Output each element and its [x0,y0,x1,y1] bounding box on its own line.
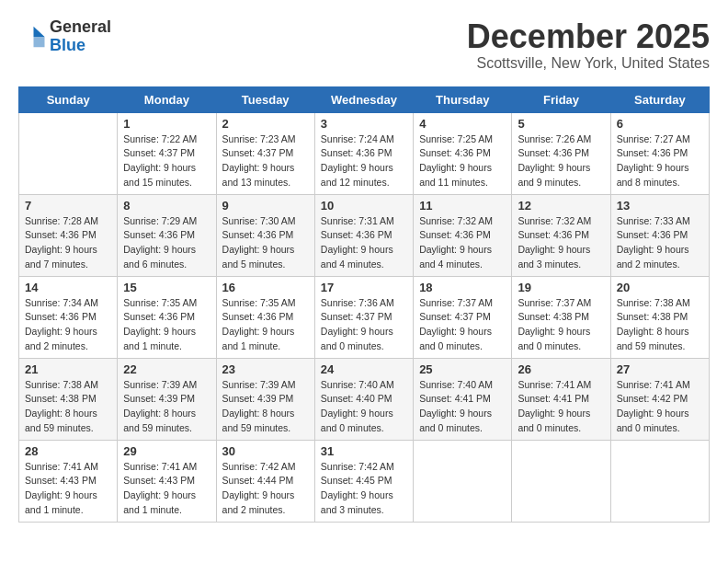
daylight-text: Daylight: 9 hours and 4 minutes. [419,243,506,272]
daylight-text: Daylight: 9 hours and 0 minutes. [518,407,604,436]
daylight-text: Daylight: 8 hours and 59 minutes. [617,325,703,354]
day-info: Sunrise: 7:29 AMSunset: 4:36 PMDaylight:… [123,214,210,272]
day-info: Sunrise: 7:38 AMSunset: 4:38 PMDaylight:… [617,296,703,354]
sunset-text: Sunset: 4:36 PM [123,310,210,325]
calendar-cell: 15Sunrise: 7:35 AMSunset: 4:36 PMDayligh… [118,276,216,358]
daylight-text: Daylight: 9 hours and 12 minutes. [321,161,407,190]
page-header: General Blue December 2025 Scottsville, … [18,18,710,72]
day-number: 23 [222,362,309,376]
sunrise-text: Sunrise: 7:34 AM [25,296,111,311]
calendar-cell [414,440,512,522]
calendar-cell: 10Sunrise: 7:31 AMSunset: 4:36 PMDayligh… [314,194,413,276]
sunrise-text: Sunrise: 7:22 AM [123,132,210,147]
day-info: Sunrise: 7:41 AMSunset: 4:41 PMDaylight:… [518,378,604,436]
day-info: Sunrise: 7:32 AMSunset: 4:36 PMDaylight:… [419,214,506,272]
calendar-cell: 28Sunrise: 7:41 AMSunset: 4:43 PMDayligh… [19,440,118,522]
day-info: Sunrise: 7:37 AMSunset: 4:37 PMDaylight:… [419,296,506,354]
sunset-text: Sunset: 4:36 PM [222,310,309,325]
sunset-text: Sunset: 4:36 PM [321,146,407,161]
sunset-text: Sunset: 4:44 PM [222,474,309,488]
day-number: 15 [123,281,210,294]
sunset-text: Sunset: 4:38 PM [25,392,111,407]
day-info: Sunrise: 7:41 AMSunset: 4:42 PMDaylight:… [617,378,703,436]
logo-icon [18,23,46,51]
sunrise-text: Sunrise: 7:42 AM [321,460,407,475]
day-number: 27 [617,362,703,376]
daylight-text: Daylight: 9 hours and 0 minutes. [518,325,604,354]
day-info: Sunrise: 7:22 AMSunset: 4:37 PMDaylight:… [123,132,210,190]
daylight-text: Daylight: 9 hours and 2 minutes. [25,325,111,354]
calendar-cell: 4Sunrise: 7:25 AMSunset: 4:36 PMDaylight… [414,112,512,194]
sunrise-text: Sunrise: 7:38 AM [617,296,703,311]
sunset-text: Sunset: 4:38 PM [617,310,703,325]
sunrise-text: Sunrise: 7:41 AM [518,378,604,393]
sunset-text: Sunset: 4:37 PM [123,146,210,161]
sunset-text: Sunset: 4:38 PM [518,310,604,325]
calendar-cell: 2Sunrise: 7:23 AMSunset: 4:37 PMDaylight… [216,112,314,194]
calendar-cell: 23Sunrise: 7:39 AMSunset: 4:39 PMDayligh… [216,358,314,440]
sunrise-text: Sunrise: 7:42 AM [222,460,309,475]
sunset-text: Sunset: 4:41 PM [419,392,506,407]
day-number: 2 [222,117,309,131]
calendar-cell [512,440,610,522]
calendar-week-row: 14Sunrise: 7:34 AMSunset: 4:36 PMDayligh… [19,276,710,358]
daylight-text: Daylight: 9 hours and 11 minutes. [419,161,506,190]
calendar-cell [610,440,709,522]
calendar-cell: 19Sunrise: 7:37 AMSunset: 4:38 PMDayligh… [512,276,610,358]
weekday-monday: Monday [118,86,216,112]
sunrise-text: Sunrise: 7:30 AM [222,214,309,229]
calendar-cell: 24Sunrise: 7:40 AMSunset: 4:40 PMDayligh… [314,358,413,440]
calendar-cell: 7Sunrise: 7:28 AMSunset: 4:36 PMDaylight… [19,194,118,276]
day-number: 6 [617,117,703,131]
calendar-week-row: 7Sunrise: 7:28 AMSunset: 4:36 PMDaylight… [19,194,710,276]
day-number: 20 [617,281,703,294]
day-info: Sunrise: 7:35 AMSunset: 4:36 PMDaylight:… [123,296,210,354]
calendar-cell: 29Sunrise: 7:41 AMSunset: 4:43 PMDayligh… [118,440,216,522]
day-info: Sunrise: 7:41 AMSunset: 4:43 PMDaylight:… [25,460,111,518]
calendar-cell: 9Sunrise: 7:30 AMSunset: 4:36 PMDaylight… [216,194,314,276]
day-number: 22 [123,362,210,376]
sunrise-text: Sunrise: 7:38 AM [25,378,111,393]
calendar-week-row: 21Sunrise: 7:38 AMSunset: 4:38 PMDayligh… [19,358,710,440]
day-number: 7 [25,199,111,213]
weekday-thursday: Thursday [414,86,512,112]
weekday-sunday: Sunday [19,86,118,112]
calendar-cell: 11Sunrise: 7:32 AMSunset: 4:36 PMDayligh… [414,194,512,276]
sunset-text: Sunset: 4:43 PM [123,474,210,488]
day-number: 21 [25,362,111,376]
day-number: 9 [222,199,309,213]
daylight-text: Daylight: 9 hours and 0 minutes. [419,325,506,354]
calendar-cell: 6Sunrise: 7:27 AMSunset: 4:36 PMDaylight… [610,112,709,194]
day-info: Sunrise: 7:37 AMSunset: 4:38 PMDaylight:… [518,296,604,354]
sunrise-text: Sunrise: 7:39 AM [123,378,210,393]
logo-text: General Blue [50,18,111,55]
daylight-text: Daylight: 9 hours and 8 minutes. [617,161,703,190]
sunset-text: Sunset: 4:45 PM [321,474,407,488]
calendar-cell: 13Sunrise: 7:33 AMSunset: 4:36 PMDayligh… [610,194,709,276]
day-info: Sunrise: 7:39 AMSunset: 4:39 PMDaylight:… [222,378,309,436]
day-info: Sunrise: 7:34 AMSunset: 4:36 PMDaylight:… [25,296,111,354]
svg-marker-0 [34,27,45,37]
day-info: Sunrise: 7:26 AMSunset: 4:36 PMDaylight:… [518,132,604,190]
calendar-table: Sunday Monday Tuesday Wednesday Thursday… [18,86,710,523]
calendar-cell: 17Sunrise: 7:36 AMSunset: 4:37 PMDayligh… [314,276,413,358]
calendar-week-row: 28Sunrise: 7:41 AMSunset: 4:43 PMDayligh… [19,440,710,522]
calendar-week-row: 1Sunrise: 7:22 AMSunset: 4:37 PMDaylight… [19,112,710,194]
sunrise-text: Sunrise: 7:41 AM [617,378,703,393]
sunrise-text: Sunrise: 7:41 AM [25,460,111,475]
calendar-cell: 31Sunrise: 7:42 AMSunset: 4:45 PMDayligh… [314,440,413,522]
day-info: Sunrise: 7:41 AMSunset: 4:43 PMDaylight:… [123,460,210,518]
weekday-saturday: Saturday [610,86,709,112]
day-info: Sunrise: 7:25 AMSunset: 4:36 PMDaylight:… [419,132,506,190]
calendar-cell: 26Sunrise: 7:41 AMSunset: 4:41 PMDayligh… [512,358,610,440]
sunset-text: Sunset: 4:40 PM [321,392,407,407]
calendar-cell: 12Sunrise: 7:32 AMSunset: 4:36 PMDayligh… [512,194,610,276]
day-number: 4 [419,117,506,131]
daylight-text: Daylight: 9 hours and 1 minute. [222,325,309,354]
day-number: 8 [123,199,210,213]
calendar-cell: 25Sunrise: 7:40 AMSunset: 4:41 PMDayligh… [414,358,512,440]
daylight-text: Daylight: 9 hours and 1 minute. [123,325,210,354]
day-info: Sunrise: 7:24 AMSunset: 4:36 PMDaylight:… [321,132,407,190]
sunrise-text: Sunrise: 7:23 AM [222,132,309,147]
day-number: 28 [25,444,111,458]
